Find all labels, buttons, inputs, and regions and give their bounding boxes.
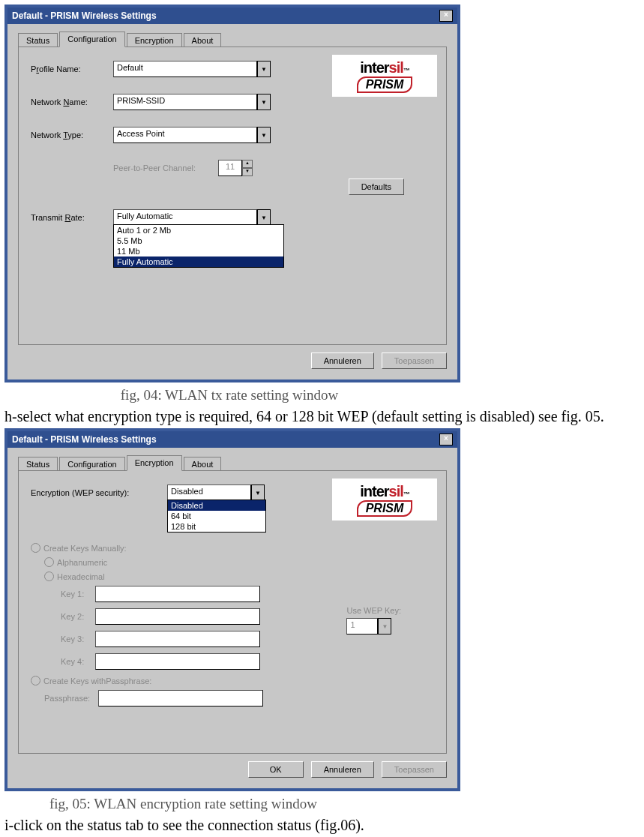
window-title: Default - PRISM Wireless Settings — [12, 434, 157, 445]
encryption-value[interactable]: Disabled — [167, 484, 251, 501]
key3-input — [95, 631, 260, 647]
network-type-label: Network Type: — [31, 130, 113, 140]
tab-encryption[interactable]: Encryption — [127, 33, 182, 47]
encryption-option[interactable]: 64 bit — [168, 511, 265, 521]
profile-name-label: Profile Name: — [31, 64, 113, 74]
create-keys-manually-radio: Create Keys Manually: — [31, 543, 434, 553]
transmit-rate-dropdown[interactable]: Auto 1 or 2 Mb 5.5 Mb 11 Mb Fully Automa… — [113, 224, 284, 268]
window-title: Default - PRISM Wireless Settings — [12, 10, 157, 21]
paragraph-h: h-select what encryption type is require… — [4, 408, 644, 425]
tab-status[interactable]: Status — [18, 33, 58, 47]
apply-button: Toepassen — [382, 352, 447, 369]
profile-name-value[interactable]: Default — [113, 61, 257, 77]
key4-input — [95, 653, 260, 670]
use-wep-value: 1 — [346, 618, 378, 634]
p2p-channel-spinner: 11 ▲▼ — [218, 160, 253, 176]
key2-input — [95, 608, 260, 625]
network-type-value[interactable]: Access Point — [113, 127, 257, 143]
encryption-option-selected[interactable]: Disabled — [168, 500, 265, 511]
use-wep-label: Use WEP Key: — [346, 606, 401, 615]
tab-encryption[interactable]: Encryption — [127, 455, 182, 471]
network-type-combo[interactable]: Access Point ▼ — [113, 127, 271, 143]
chevron-down-icon[interactable]: ▼ — [257, 61, 271, 77]
radio-icon — [44, 557, 54, 567]
use-wep-key: Use WEP Key: 1 ▼ — [346, 606, 401, 634]
passphrase-row: Passphrase: — [44, 690, 434, 706]
figure-04-caption: fig, 04: WLAN tx rate setting window — [4, 382, 454, 406]
create-keys-passphrase-radio: Create Keys with Passphrase: — [31, 676, 434, 686]
chevron-down-icon[interactable]: ▼ — [251, 484, 265, 501]
rate-option[interactable]: 5.5 Mb — [114, 236, 283, 246]
rate-option[interactable]: 11 Mb — [114, 246, 283, 256]
key1-label: Key 1: — [61, 590, 95, 598]
intersil-prism-logo: intersil™ PRISM — [332, 55, 437, 97]
encryption-panel: intersil™ PRISM Encryption (WEP security… — [18, 470, 447, 754]
cancel-button[interactable]: Annuleren — [311, 352, 374, 369]
p2p-channel-value: 11 — [218, 160, 242, 176]
spinner-buttons: ▲▼ — [242, 160, 253, 176]
chevron-down-icon: ▼ — [378, 618, 391, 634]
tab-about[interactable]: About — [184, 457, 222, 471]
tab-status[interactable]: Status — [18, 457, 58, 471]
ok-button[interactable]: OK — [248, 761, 304, 778]
close-icon[interactable]: × — [439, 10, 453, 22]
key1-input — [95, 586, 260, 602]
tab-about[interactable]: About — [184, 33, 222, 47]
network-name-value[interactable]: PRISM-SSID — [113, 94, 257, 110]
wlan-tx-rate-window: Default - PRISM Wireless Settings × Stat… — [4, 4, 460, 382]
radio-icon — [44, 572, 54, 581]
cancel-button[interactable]: Annuleren — [311, 761, 374, 778]
transmit-rate-combo[interactable]: Fully Automatic ▼ — [113, 209, 271, 226]
network-name-combo[interactable]: PRISM-SSID ▼ — [113, 94, 271, 110]
titlebar[interactable]: Default - PRISM Wireless Settings × — [7, 431, 457, 448]
rate-option-selected[interactable]: Fully Automatic — [114, 256, 283, 267]
chevron-down-icon[interactable]: ▼ — [257, 94, 271, 110]
apply-button: Toepassen — [382, 761, 447, 778]
passphrase-input — [98, 690, 263, 706]
key4-label: Key 4: — [61, 657, 95, 666]
figure-05-caption: fig, 05: WLAN encryption rate setting wi… — [4, 791, 499, 815]
p2p-channel-label: Peer-to-Peer Channel: — [113, 164, 218, 172]
chevron-down-icon[interactable]: ▼ — [257, 127, 271, 143]
hexadecimal-radio: Hexadecimal — [44, 572, 434, 581]
radio-icon — [31, 676, 40, 686]
encryption-combo[interactable]: Disabled ▼ — [167, 484, 265, 501]
passphrase-label: Passphrase: — [44, 694, 98, 703]
wlan-encryption-window: Default - PRISM Wireless Settings × Stat… — [4, 428, 460, 791]
transmit-rate-label: Transmit Rate: — [31, 213, 113, 222]
encryption-option[interactable]: 128 bit — [168, 521, 265, 532]
tab-configuration[interactable]: Configuration — [59, 32, 124, 47]
key3-label: Key 3: — [61, 634, 95, 644]
rate-option[interactable]: Auto 1 or 2 Mb — [114, 225, 283, 236]
encryption-label: Encryption (WEP security): — [31, 488, 167, 497]
radio-icon — [31, 543, 40, 553]
alphanumeric-radio: Alphanumeric — [44, 557, 434, 567]
tab-configuration[interactable]: Configuration — [59, 457, 124, 471]
defaults-button[interactable]: Defaults — [349, 178, 404, 195]
configuration-panel: intersil™ PRISM Profile Name: Default ▼ … — [18, 46, 447, 345]
key2-label: Key 2: — [61, 612, 95, 621]
titlebar[interactable]: Default - PRISM Wireless Settings × — [7, 8, 457, 24]
tabs: Status Configuration Encryption About — [18, 32, 447, 47]
paragraph-i: i-click on the status tab to see the con… — [4, 817, 644, 834]
tabs: Status Configuration Encryption About — [18, 455, 447, 471]
network-name-label: Network Name: — [31, 98, 113, 106]
encryption-dropdown[interactable]: Disabled 64 bit 128 bit — [167, 500, 266, 532]
transmit-rate-value[interactable]: Fully Automatic — [113, 209, 257, 226]
close-icon[interactable]: × — [439, 434, 453, 446]
chevron-down-icon[interactable]: ▼ — [257, 209, 271, 226]
profile-name-combo[interactable]: Default ▼ — [113, 61, 271, 77]
